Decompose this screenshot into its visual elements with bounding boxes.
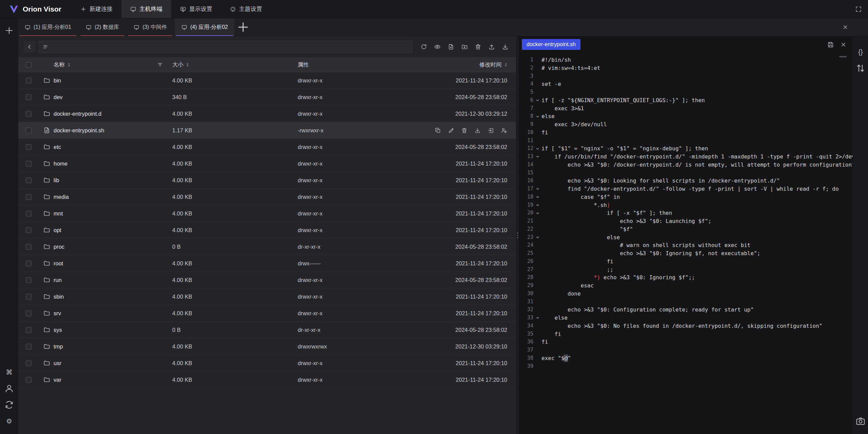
download-icon[interactable] <box>502 43 509 50</box>
menu-item-display-settings[interactable]: 显示设置 <box>171 0 221 18</box>
table-row[interactable]: docker-entrypoint.d4.00 KBdrwxr-xr-x2021… <box>18 106 516 122</box>
snippets-icon[interactable]: {} <box>855 47 866 57</box>
copy-path-icon[interactable] <box>435 127 441 134</box>
path-list-icon[interactable] <box>43 44 48 50</box>
fold-icon[interactable] <box>533 209 541 217</box>
file-name-cell[interactable]: etc <box>39 144 167 150</box>
table-row[interactable]: lib4.00 KBdrwxr-xr-x2021-11-24 17:20:10 <box>18 172 516 189</box>
row-checkbox[interactable] <box>26 177 32 183</box>
table-row[interactable]: docker-entrypoint.sh1.17 KB-rwxrwxr-x <box>18 122 516 139</box>
new-tab-icon[interactable] <box>236 18 250 36</box>
edit-icon[interactable] <box>448 127 454 134</box>
row-checkbox[interactable] <box>26 144 32 150</box>
upload-icon[interactable] <box>488 43 495 50</box>
row-checkbox[interactable] <box>26 261 32 266</box>
permission-icon[interactable] <box>501 127 507 134</box>
row-checkbox[interactable] <box>26 78 32 83</box>
panel-splitter[interactable] <box>516 36 519 434</box>
file-name-cell[interactable]: media <box>39 193 167 200</box>
file-name-cell[interactable]: usr <box>39 360 167 366</box>
filter-icon[interactable] <box>157 62 163 68</box>
column-header-name[interactable]: 名称 <box>54 61 65 69</box>
settings-icon[interactable]: ⚙ <box>4 416 14 426</box>
file-name-cell[interactable]: tmp <box>39 343 167 350</box>
row-checkbox[interactable] <box>26 227 32 233</box>
fold-icon[interactable] <box>533 193 541 201</box>
delete-icon[interactable] <box>475 43 481 50</box>
refresh-icon[interactable] <box>420 43 427 50</box>
swap-lines-icon[interactable] <box>855 63 866 73</box>
menu-item-host-terminal[interactable]: 主机终端 <box>121 0 171 18</box>
table-row[interactable]: root4.00 KBdrwx------2021-11-24 17:20:10 <box>18 255 516 272</box>
sort-mtime-icon[interactable]: ▲▼ <box>505 62 507 67</box>
screenshot-icon[interactable] <box>855 416 866 426</box>
table-row[interactable]: etc4.00 KBdrwxr-xr-x2024-05-28 23:58:02 <box>18 139 516 155</box>
editor-file-tab[interactable]: docker-entrypoint.sh <box>522 39 580 50</box>
row-checkbox[interactable] <box>26 128 32 133</box>
sort-size-icon[interactable]: ▲▼ <box>186 62 189 67</box>
fold-icon[interactable] <box>533 185 541 193</box>
file-name-cell[interactable]: run <box>39 277 167 283</box>
fold-icon[interactable] <box>533 233 541 242</box>
download-icon[interactable] <box>474 127 481 134</box>
row-checkbox[interactable] <box>26 277 32 283</box>
fold-icon[interactable] <box>533 112 541 120</box>
table-row[interactable]: sys0 Bdr-xr-xr-x2024-05-28 23:58:02 <box>18 322 516 338</box>
table-row[interactable]: sbin4.00 KBdrwxr-xr-x2021-11-24 17:20:10 <box>18 288 516 305</box>
add-icon[interactable] <box>4 25 14 36</box>
row-checkbox[interactable] <box>26 161 32 167</box>
column-header-mtime[interactable]: 修改时间 <box>479 61 502 69</box>
create-folder-icon[interactable] <box>461 43 468 50</box>
file-name-cell[interactable]: var <box>39 376 167 383</box>
toggle-hidden-icon[interactable] <box>434 43 441 50</box>
move-icon[interactable] <box>488 127 494 134</box>
close-panel-icon[interactable] <box>842 24 848 30</box>
file-name-cell[interactable]: srv <box>39 310 167 317</box>
table-row[interactable]: usr4.00 KBdrwxr-xr-x2021-11-24 17:20:10 <box>18 355 516 372</box>
file-name-cell[interactable]: opt <box>39 227 167 233</box>
table-row[interactable]: opt4.00 KBdrwxr-xr-x2021-11-24 17:20:10 <box>18 222 516 239</box>
shortcut-keys-icon[interactable]: ⌘ <box>4 367 14 377</box>
user-icon[interactable] <box>4 383 14 394</box>
file-name-cell[interactable]: sys <box>39 326 167 333</box>
tab-database[interactable]: (2) 数据库 <box>79 18 125 36</box>
table-row[interactable]: mnt4.00 KBdrwxr-xr-x2021-11-24 17:20:10 <box>18 205 516 222</box>
row-checkbox[interactable] <box>26 344 32 350</box>
row-checkbox[interactable] <box>26 194 32 200</box>
select-all-checkbox[interactable] <box>26 62 32 68</box>
column-header-size[interactable]: 大小 <box>172 61 183 69</box>
fold-icon[interactable] <box>533 145 541 153</box>
table-row[interactable]: run4.00 KBdrwxr-xr-x2024-05-28 23:58:02 <box>18 272 516 288</box>
menu-item-new-connection[interactable]: 新建连接 <box>72 0 121 18</box>
file-name-cell[interactable]: home <box>39 160 167 167</box>
scrollbar-thumb[interactable] <box>839 56 847 57</box>
delete-icon[interactable] <box>461 127 468 134</box>
close-icon[interactable] <box>840 41 847 48</box>
row-checkbox[interactable] <box>26 360 32 366</box>
table-row[interactable]: tmp4.00 KBdrwxrwxrwx2021-12-30 03:29:10 <box>18 338 516 355</box>
menu-item-theme-settings[interactable]: 主题设置 <box>221 0 271 18</box>
sync-icon[interactable] <box>4 400 14 410</box>
table-row[interactable]: media4.00 KBdrwxr-xr-x2021-11-24 17:20:1… <box>18 189 516 205</box>
back-icon[interactable] <box>24 41 35 53</box>
create-file-icon[interactable] <box>448 43 454 50</box>
file-name-cell[interactable]: dev <box>39 94 167 100</box>
fullscreen-icon[interactable] <box>855 6 862 13</box>
fold-icon[interactable] <box>533 96 541 105</box>
row-checkbox[interactable] <box>26 211 32 216</box>
row-checkbox[interactable] <box>26 294 32 300</box>
file-name-cell[interactable]: mnt <box>39 210 167 217</box>
row-checkbox[interactable] <box>26 111 32 117</box>
row-checkbox[interactable] <box>26 377 32 383</box>
row-checkbox[interactable] <box>26 94 32 100</box>
file-name-cell[interactable]: sbin <box>39 293 167 300</box>
fold-icon[interactable] <box>533 314 541 322</box>
tab-app-01[interactable]: (1) 应用-分析01 <box>18 18 78 36</box>
row-checkbox[interactable] <box>26 327 32 333</box>
file-name-cell[interactable]: root <box>39 260 167 267</box>
file-name-cell[interactable]: proc <box>39 243 167 250</box>
fold-icon[interactable] <box>533 201 541 209</box>
fold-icon[interactable] <box>533 153 541 161</box>
save-icon[interactable] <box>827 41 834 48</box>
table-row[interactable]: srv4.00 KBdrwxr-xr-x2021-11-24 17:20:10 <box>18 305 516 322</box>
